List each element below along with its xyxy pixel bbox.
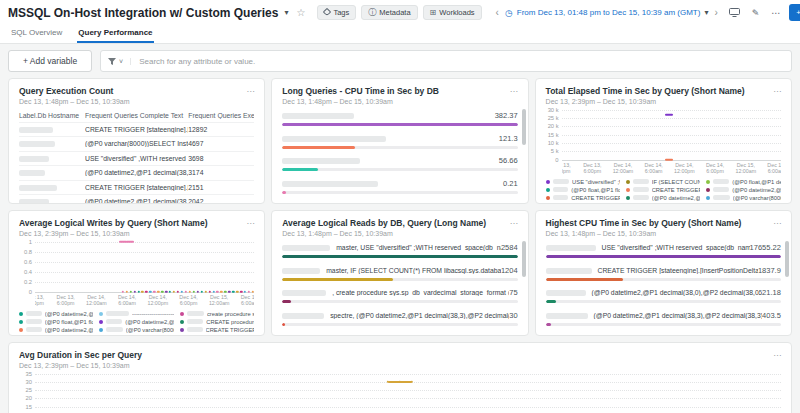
- bar-track: [282, 146, 517, 149]
- tab-sql-overview[interactable]: SQL Overview: [10, 25, 63, 43]
- legend-item[interactable]: (@P0 datetime2,@P1 deci...: [626, 195, 700, 201]
- attribute-search-bar[interactable]: ˅: [100, 50, 792, 72]
- bar-row[interactable]: spectre, (@P0 datetime2,@P1 decimal(38,3…: [282, 310, 517, 326]
- vertical-scrollbar[interactable]: [522, 109, 526, 145]
- time-range-caret-icon[interactable]: ▾: [704, 8, 708, 17]
- panel-menu-button[interactable]: …: [246, 216, 256, 226]
- panel-long-queries-cpu: Long Queries - CPU Time in Sec by DB Dec…: [271, 78, 528, 204]
- favorite-star-icon[interactable]: ☆: [296, 7, 305, 18]
- bar-row[interactable]: CREATE TRIGGER [stateengine].[InsertPosi…: [546, 265, 781, 281]
- table-row[interactable]: CREATE TRIGGER [stateengine].[InsertPosi…: [19, 122, 254, 137]
- legend-item[interactable]: CREATE TRIGGER [statee...: [180, 327, 254, 333]
- panel-menu-button[interactable]: …: [773, 348, 783, 358]
- bar-value: [500, 333, 518, 336]
- legend-item[interactable]: (@P0 datetime2,@P1 deci...: [19, 311, 93, 317]
- legend-item[interactable]: CREATE TRIGGER [statee...: [626, 187, 700, 193]
- bar-row[interactable]: master, USE "diversified" ;WITH reserved…: [282, 243, 517, 259]
- time-range-picker[interactable]: ‹ ◷ From Dec 13, 01:48 pm to Dec 15, 10:…: [494, 7, 720, 18]
- legend-item[interactable]: (@P0 datetime2,@P1 varc...: [19, 327, 93, 333]
- bar-row-label: [282, 201, 517, 204]
- vertical-scrollbar[interactable]: [785, 241, 789, 277]
- legend-item[interactable]: create function [sys_utils...: [19, 335, 93, 336]
- title-dropdown-caret[interactable]: ▾: [284, 8, 288, 17]
- panel-menu-button[interactable]: …: [510, 84, 520, 94]
- bar-row-label: 56.66: [282, 156, 517, 166]
- time-range-label[interactable]: From Dec 13, 01:48 pm to Dec 15, 10:39 a…: [517, 8, 701, 17]
- time-back-icon[interactable]: ‹: [494, 7, 501, 18]
- legend-item[interactable]: USE "diversified" ;WITH r...: [546, 179, 620, 185]
- bar-row[interactable]: 382.37: [282, 111, 517, 127]
- header-pill-metadata[interactable]: ⓘMetadata: [361, 5, 417, 20]
- legend-color-dot: [180, 312, 184, 316]
- x-tick-label: Dec 15,12:00am: [209, 294, 230, 307]
- host-cell: [19, 184, 85, 191]
- bar-list: master, USE "diversified" ;WITH reserved…: [282, 243, 517, 336]
- table-row[interactable]: (@P0 datetime2,@P1 decimal(38,0),@P2 dec…: [19, 165, 254, 180]
- bar-row-partial: [546, 333, 781, 336]
- legend-item[interactable]: -----------------------: [99, 311, 173, 317]
- legend-color-dot: [706, 180, 710, 184]
- search-input[interactable]: [131, 57, 791, 66]
- panel-title: Total Elapsed Time in Sec by Query (Shor…: [546, 86, 781, 97]
- panel-menu-button[interactable]: …: [510, 216, 520, 226]
- legend-item[interactable]: (@P0 varchar(8000))SEL...: [99, 327, 173, 333]
- legend-item[interactable]: (@P0 varchar(8000))SEL...: [706, 195, 780, 201]
- legend-item[interactable]: (@P0 datetime2,@P1 deci...: [706, 187, 780, 193]
- blurred-redacted-text: [106, 311, 129, 316]
- legend-color-dot: [99, 312, 103, 316]
- grid-line: [562, 110, 781, 111]
- host-cell: [19, 140, 85, 147]
- time-forward-icon[interactable]: ›: [712, 7, 719, 18]
- legend-item[interactable]: (@P0 float,@P1 float,@P2...: [19, 319, 93, 325]
- legend-item[interactable]: (@P0 datetime2,@P1 varc...: [546, 203, 620, 204]
- panel-menu-button[interactable]: …: [773, 84, 783, 94]
- legend-item[interactable]: (@P0 float,@P1 decimal(3...: [706, 179, 780, 185]
- blurred-redacted-text: [282, 335, 452, 336]
- tab-query-performance[interactable]: Query Performance: [77, 25, 153, 43]
- table-row[interactable]: CREATE TRIGGER [stateengine].[InsertPosi…: [19, 180, 254, 195]
- header-pill-tags[interactable]: Tags: [317, 5, 356, 20]
- line-chart: 10.80.60.40.20Dec 13,3:00pmDec 13,6:00pm…: [19, 242, 254, 307]
- blurred-redacted-text: [282, 158, 360, 164]
- filter-funnel-control[interactable]: ˅: [101, 58, 131, 65]
- legend-item[interactable]: (@P0 varchar(8000))SEL...: [180, 335, 254, 336]
- bar-row[interactable]: (@P0 datetime2,@P1 decimal(38,0),@P2 dec…: [546, 288, 781, 304]
- legend-item[interactable]: (@P0 float,@P1 decimal(3...: [99, 335, 173, 336]
- header-pill-workloads[interactable]: ⊞Workloads: [423, 5, 482, 20]
- vertical-scrollbar[interactable]: [522, 241, 526, 277]
- bar-row[interactable]: 0.21: [282, 178, 517, 194]
- legend-label: CREATE TRIGGER [statee...: [571, 195, 620, 201]
- legend-item[interactable]: CREATE procedure audit...: [180, 319, 254, 325]
- bar-row[interactable]: , create procedure sys.sp_db_vardecimal_…: [282, 288, 517, 304]
- legend-item[interactable]: IF (SELECT COUNT(*) FR...: [626, 179, 700, 185]
- legend-item[interactable]: CREATE TRIGGER [statee...: [546, 195, 620, 201]
- panel-menu-button[interactable]: …: [246, 84, 256, 94]
- panel-total-elapsed-time: Total Elapsed Time in Sec by Query (Shor…: [535, 78, 792, 204]
- bar-row[interactable]: master, IF (SELECT COUNT(*) FROM libacsq…: [282, 265, 517, 281]
- bar-row[interactable]: 121.3: [282, 133, 517, 149]
- table-row[interactable]: USE "diversified" ,WITH reserved_space(d…: [19, 151, 254, 166]
- y-tick-label: 15: [26, 404, 32, 410]
- bar-row[interactable]: USE "diversified" ;WITH reserved_space(d…: [546, 243, 781, 259]
- legend-item[interactable]: (@P0 datetime2,@P1 deci...: [99, 319, 173, 325]
- bar-row[interactable]: (@P0 datetime2,@P1 decimal(38,3),@P2 dec…: [546, 310, 781, 326]
- x-tick-label: Dec 15,6:00am: [767, 162, 781, 175]
- blurred-redacted-text: [187, 311, 204, 316]
- more-options-button[interactable]: ⋯: [768, 6, 783, 20]
- edit-dashboard-button[interactable]: ✎: [749, 6, 763, 20]
- table-row[interactable]: (@P0 datetime2,@P1 decimal(38,3),@P2 dec…: [19, 194, 254, 204]
- panel-menu-button[interactable]: …: [773, 216, 783, 226]
- bar-row[interactable]: 56.66: [282, 156, 517, 172]
- tv-mode-button[interactable]: [726, 6, 743, 19]
- legend-item[interactable]: create procedure sys.sp...: [180, 311, 254, 317]
- add-widget-button[interactable]: + Add widget: [789, 4, 800, 21]
- panel-subtitle: Dec 13, 2:39pm – Dec 15, 10:39am: [546, 98, 781, 105]
- bar-label-text: CREATE TRIGGER [stateengine].[InsertPosi…: [596, 267, 758, 274]
- legend-color-dot: [19, 312, 23, 316]
- table-row[interactable]: (@P0 varchar(8000))SELECT InstrumentID, …: [19, 136, 254, 151]
- filter-toolbar: + Add variable ˅: [0, 44, 800, 76]
- add-variable-button[interactable]: + Add variable: [8, 50, 92, 72]
- panel-title: Highest CPU Time in Sec by Query (Short …: [546, 218, 781, 229]
- grid-line: [562, 143, 781, 144]
- legend-item[interactable]: (@P0 float,@P1 float,@P2...: [546, 187, 620, 193]
